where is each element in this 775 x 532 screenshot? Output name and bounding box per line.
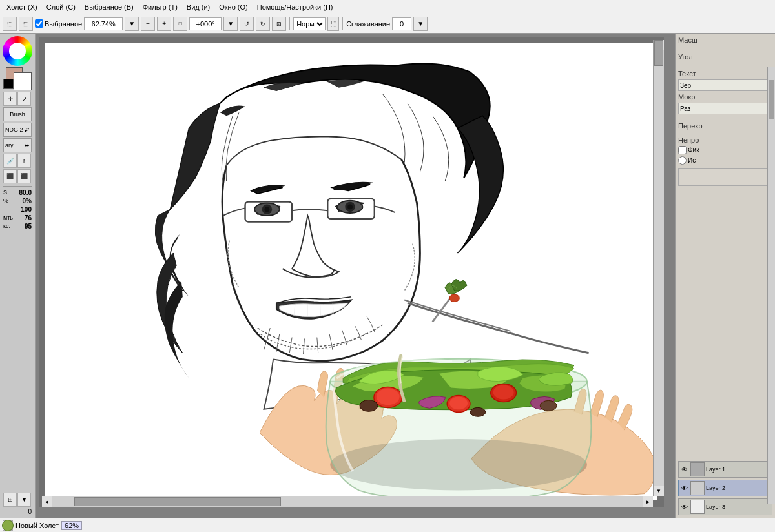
eye-icon-1[interactable]: 👁	[680, 465, 689, 474]
texture-label: Текст	[678, 70, 772, 77]
right-panel: Масш Угол Текст Зер Мокр Раз Перехо Непр…	[675, 34, 775, 518]
layer-item-2[interactable]: 👁 Layer 2	[678, 480, 772, 496]
brush-size: 80.0	[8, 189, 32, 196]
toolbar-icon-2[interactable]: ⬚	[19, 17, 33, 31]
canvas-name: Новый Холст	[16, 522, 59, 529]
layer-thumb-3	[690, 500, 705, 514]
select-tool[interactable]: ⤢	[17, 92, 31, 106]
size-label: S	[3, 189, 7, 196]
smooth-input[interactable]: 0	[392, 17, 411, 30]
background-color[interactable]	[14, 72, 32, 90]
color-wheel-inner	[9, 43, 26, 59]
eyedropper-tool[interactable]: 💉	[3, 154, 17, 168]
color-swatches	[3, 67, 32, 90]
left-panel: ✛ ⤢ Brush NDG 2 🖌 ary ⬌ 💉 r ⬛ ⬛ S 80.0 %…	[0, 34, 36, 518]
eye-icon-2[interactable]: 👁	[680, 484, 689, 493]
ndg-tool[interactable]: NDG 2 🖌	[3, 123, 32, 137]
scale-label: Масш	[678, 36, 772, 44]
svg-point-25	[470, 407, 486, 416]
rotate-ccw[interactable]: ↺	[240, 17, 254, 31]
selected-label: Выбранное	[45, 20, 82, 28]
brush-tool[interactable]: Brush	[3, 107, 32, 121]
fill-tool[interactable]: ⬛	[17, 169, 31, 183]
zoom-plus[interactable]: +	[157, 17, 171, 31]
smooth-dropdown[interactable]: ▼	[413, 17, 428, 31]
rotate-cw[interactable]: ↻	[256, 17, 270, 31]
toolbar-selected-checkbox[interactable]: Выбранное	[35, 19, 82, 28]
horizontal-scrollbar: ◄ ►	[42, 496, 653, 507]
smooth-label: Сглаживание	[346, 20, 390, 28]
selected-check[interactable]	[35, 19, 43, 28]
right-spacer	[678, 189, 772, 459]
zoom-dropdown[interactable]: ▼	[125, 17, 139, 31]
angle-dropdown[interactable]: ▼	[223, 17, 238, 31]
canvas-content	[45, 43, 657, 500]
zoom-reset[interactable]: □	[173, 17, 187, 31]
wet-label: Мокр	[678, 93, 772, 101]
opacity-pct-label: %	[3, 198, 8, 205]
angle-input[interactable]: +000°	[189, 17, 222, 30]
fix-label: Фик	[688, 147, 699, 154]
bottom-btn-1[interactable]: ⊞	[3, 493, 17, 507]
canvas-container[interactable]: ▲ ▼ ◄ ►	[39, 37, 664, 507]
size-row: S 80.0	[3, 189, 32, 196]
menu-window[interactable]: Окно (O)	[215, 2, 252, 12]
scroll-left-button[interactable]: ◄	[42, 496, 52, 507]
menu-help[interactable]: Помощь/Настройки (П)	[253, 2, 337, 12]
layer-item-3[interactable]: 👁 Layer 3	[678, 498, 772, 515]
zoom-minus[interactable]: −	[141, 17, 155, 31]
fix-checkbox[interactable]	[678, 146, 687, 154]
canvas-zoom: 62%	[61, 521, 82, 530]
fix-checkbox-row: Фик	[678, 146, 772, 154]
ndg-label: NDG 2	[5, 127, 23, 133]
spacer-3	[678, 116, 772, 120]
texture-input[interactable]: Зер	[678, 79, 772, 91]
r-tool[interactable]: r	[17, 154, 31, 168]
spacer-1	[678, 46, 772, 51]
blend-mode-btn[interactable]: ⬚	[327, 17, 339, 31]
bottom-value: 0	[3, 508, 32, 515]
tool-color-row: 💉 r	[3, 154, 32, 168]
scroll-v-thumb[interactable]	[654, 40, 663, 66]
scroll-h-thumb[interactable]	[74, 497, 281, 506]
source-radio[interactable]	[678, 156, 687, 165]
move-tool[interactable]: ✛	[3, 92, 17, 106]
zoom-input[interactable]: 62.74%	[84, 17, 123, 30]
menu-filter[interactable]: Фильтр (T)	[139, 2, 181, 12]
wet-input[interactable]: Раз	[678, 103, 772, 114]
toolbar-divider-2	[342, 17, 343, 30]
eye-icon-3[interactable]: 👁	[680, 502, 689, 511]
source-checkbox-row: Ист	[678, 156, 772, 165]
rotate-reset[interactable]: ⊡	[272, 17, 286, 31]
canvas-icon	[2, 520, 14, 531]
ruler-tool[interactable]: ⬛	[3, 169, 17, 183]
right-scroll-thumb[interactable]	[769, 80, 774, 119]
layer-item-1[interactable]: 👁 Layer 1	[678, 461, 772, 478]
sketch-area	[45, 43, 657, 500]
toolbar: ⬚ ⬚ Выбранное 62.74% ▼ − + □ +000° ▼ ↺ ↻…	[0, 14, 775, 34]
max-size-val: 95	[11, 223, 32, 230]
layer-thumb-1	[690, 462, 705, 476]
menu-canvas[interactable]: Холст (X)	[3, 2, 41, 12]
spacer-2	[678, 63, 772, 68]
min-size-val: 76	[14, 214, 32, 221]
blend-mode-select[interactable]: Норм	[293, 17, 326, 30]
bottom-btn-2[interactable]: ▼	[17, 493, 31, 507]
new-canvas-icon[interactable]	[3, 520, 13, 531]
color-wheel[interactable]	[3, 36, 32, 66]
scroll-right-button[interactable]: ►	[643, 496, 653, 507]
ary-tool[interactable]: ary ⬌	[3, 138, 32, 152]
svg-point-23	[360, 400, 378, 411]
menu-selection[interactable]: Выбранное (B)	[81, 2, 138, 12]
menu-layer[interactable]: Слой (C)	[43, 2, 79, 12]
scroll-down-button[interactable]: ▼	[654, 486, 664, 496]
flow-row: 100	[3, 206, 32, 213]
toolbar-icon-1[interactable]: ⬚	[3, 17, 17, 31]
vertical-scrollbar: ▲ ▼	[653, 40, 664, 496]
layer-name-1: Layer 1	[706, 466, 770, 473]
black-swatch[interactable]	[3, 79, 14, 89]
right-panel-scrollbar	[767, 67, 775, 504]
layer-thumb-2	[690, 481, 705, 495]
svg-point-20	[493, 385, 514, 399]
menu-view[interactable]: Вид (и)	[183, 2, 214, 12]
